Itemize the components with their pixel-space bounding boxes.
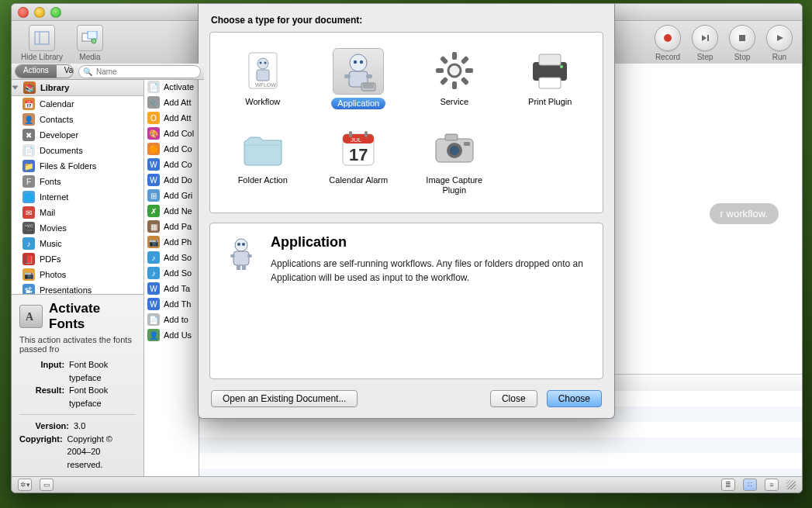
doc-type-print-plugin[interactable]: Print Plugin (504, 43, 597, 114)
doc-type-label: Folder Action (232, 175, 294, 186)
svg-text:17: 17 (349, 145, 368, 164)
open-existing-button[interactable]: Open an Existing Document... (211, 390, 358, 407)
svg-rect-15 (257, 70, 269, 81)
library-tabs-bar: Actions Variables 🔍 (12, 64, 204, 80)
doc-type-label: Image Capture Plugin (409, 175, 499, 196)
tab-variables[interactable]: Variables (57, 65, 74, 78)
search-input[interactable] (95, 67, 196, 77)
svg-rect-40 (445, 134, 458, 140)
svg-point-13 (259, 62, 261, 64)
doc-type-folder-action[interactable]: Folder Action (216, 122, 309, 201)
svg-rect-50 (237, 265, 240, 270)
svg-rect-38 (365, 131, 368, 137)
doc-type-label: Print Plugin (522, 96, 578, 108)
search-icon: 🔍 (83, 67, 92, 76)
close-button[interactable]: Close (490, 390, 537, 407)
svg-point-19 (360, 60, 363, 64)
svg-rect-47 (233, 251, 249, 265)
doc-type-calendar-alarm[interactable]: JUL17Calendar Alarm (313, 122, 406, 201)
doc-type-label: Service (434, 96, 475, 108)
type-detail-body: Applications are self-running workflows.… (271, 257, 590, 285)
actions-variables-segment[interactable]: Actions Variables (15, 64, 74, 78)
type-detail-title: Application (271, 234, 590, 251)
automator-window: Untitled (Workflow) Hide Library Media R… (11, 3, 803, 493)
tab-actions[interactable]: Actions (16, 65, 57, 78)
svg-rect-21 (344, 74, 351, 78)
doc-type-label: Application (331, 98, 385, 109)
svg-rect-37 (349, 131, 352, 137)
doc-type-icon (430, 126, 479, 171)
svg-rect-48 (230, 254, 235, 257)
sheet-prompt: Choose a type for your document: (211, 15, 602, 26)
svg-point-42 (450, 146, 459, 155)
automator-robot-icon (223, 234, 260, 271)
svg-rect-43 (464, 142, 470, 146)
svg-rect-22 (366, 74, 372, 78)
svg-point-17 (350, 54, 367, 71)
choose-button[interactable]: Choose (547, 390, 602, 407)
svg-rect-31 (539, 78, 561, 88)
doc-type-icon (430, 48, 479, 93)
svg-point-32 (560, 65, 563, 68)
svg-rect-49 (247, 254, 252, 257)
svg-point-27 (448, 64, 461, 77)
doc-type-service[interactable]: Service (408, 43, 501, 114)
svg-point-44 (235, 239, 247, 251)
doc-type-label: Workflow (239, 96, 286, 108)
doc-type-image-capture-plugin[interactable]: Image Capture Plugin (408, 122, 501, 201)
doc-type-icon: JUL17 (333, 126, 383, 171)
svg-rect-28 (452, 52, 457, 60)
doc-type-application[interactable]: Application (313, 43, 406, 114)
doc-type-icon (333, 48, 384, 95)
search-field[interactable]: 🔍 (78, 65, 201, 78)
svg-text:JUL: JUL (351, 137, 362, 143)
document-type-grid[interactable]: WFLOWWorkflowApplicationServicePrint Plu… (209, 32, 603, 213)
svg-rect-51 (242, 265, 246, 270)
svg-point-12 (257, 58, 268, 69)
svg-point-14 (264, 62, 266, 64)
sheet-buttons: Open an Existing Document... Close Choos… (199, 379, 614, 418)
svg-point-45 (237, 243, 240, 246)
doc-type-icon: WFLOW (238, 48, 288, 93)
svg-point-18 (354, 60, 357, 64)
doc-type-icon (525, 48, 575, 93)
doc-type-label: Calendar Alarm (323, 175, 394, 186)
svg-text:WFLOW: WFLOW (255, 82, 276, 88)
svg-point-46 (242, 243, 245, 246)
doc-type-icon (238, 126, 288, 171)
doc-type-workflow[interactable]: WFLOWWorkflow (216, 43, 309, 114)
svg-rect-30 (539, 54, 561, 65)
type-description-box: Application Applications are self-runnin… (209, 223, 603, 379)
document-type-sheet: Choose a type for your document: WFLOWWo… (198, 4, 615, 419)
